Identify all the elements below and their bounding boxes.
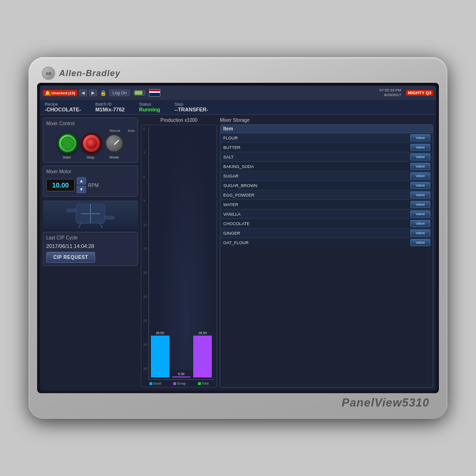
good-bar — [151, 336, 169, 377]
chart-grid: 30 27 24 21 18 15 12 9 6 3 0 — [143, 127, 215, 380]
svg-rect-5 — [67, 209, 76, 212]
recipe-value: -CHOCOLATE- — [45, 107, 81, 112]
storage-item-name: SUGAR — [220, 173, 408, 179]
svg-line-3 — [79, 223, 81, 228]
valve-button[interactable]: Valve — [410, 220, 430, 227]
logon-button[interactable]: Log On — [109, 89, 130, 96]
mixer-motor-section: Mixer Motor 10.00 ▲ ▼ RPM — [43, 166, 138, 197]
device-outer: AB Allen-Bradley 🔔 Unacked (13) ◀ ▶ 🔒 Lo… — [29, 57, 447, 419]
chart-bars-area: 26.50 0.00 26.50 — [149, 127, 215, 380]
storage-row: BAKING_SODAValve — [220, 162, 433, 171]
start-button[interactable] — [58, 133, 78, 153]
recipe-label: Recipe — [45, 102, 81, 107]
panelview-number: 5310 — [402, 396, 429, 409]
storage-item-name: GINGER — [220, 230, 408, 237]
valve-button[interactable]: Valve — [410, 172, 430, 179]
nav-forward-button[interactable]: ▶ — [89, 89, 97, 96]
storage-item-name: SUGAR_BROWN — [220, 182, 408, 189]
valve-button[interactable]: Valve — [410, 153, 430, 160]
panelview-text: PanelView — [342, 396, 402, 409]
status-value: Running — [139, 107, 160, 112]
valve-button[interactable]: Valve — [410, 201, 430, 208]
rpm-control: 10.00 ▲ ▼ RPM — [46, 177, 135, 193]
last-cip-value: 2017/06/11 14:04:28 — [46, 243, 135, 249]
screen-bezel: 🔔 Unacked (13) ◀ ▶ 🔒 Log On 07:52:33 PM … — [37, 83, 439, 393]
valve-button[interactable]: Valve — [410, 229, 430, 237]
bell-icon: 🔔 — [45, 90, 50, 96]
total-bar — [193, 336, 212, 377]
storage-header: Item — [220, 125, 433, 133]
rpm-arrows: ▲ ▼ — [77, 177, 86, 193]
storage-row: OAT_FLOURValve — [220, 238, 433, 247]
scrap-bar — [172, 377, 191, 377]
storage-row: CHOCOLATEValve — [220, 219, 433, 228]
legend-scrap-label: Scrap — [177, 382, 186, 385]
manual-label: Manual — [109, 129, 120, 132]
storage-row: EGG_POWDERValve — [220, 190, 433, 200]
storage-row: FLOURValve — [220, 133, 433, 143]
mighty-logo: MIGHTY Q3 — [406, 90, 433, 96]
legend-scrap-dot — [173, 382, 176, 385]
hmi-infobar: Recipe -CHOCOLATE- Batch ID M1Mix-7762 S… — [40, 100, 436, 115]
mixer-storage-title: Mixer Storage — [220, 118, 433, 123]
mixer-control-section: Mixer Control Manual Auto — [43, 118, 138, 163]
chart-y-axis: 30 27 24 21 18 15 12 9 6 3 0 — [143, 127, 147, 380]
rpm-up-button[interactable]: ▲ — [77, 177, 86, 185]
alarm-bell[interactable]: 🔔 Unacked (13) — [43, 90, 77, 96]
storage-row: SUGAR_BROWNValve — [220, 181, 433, 190]
mixer-buttons — [46, 133, 135, 153]
storage-row: WATERValve — [220, 200, 433, 209]
valve-button[interactable]: Valve — [410, 191, 430, 198]
lock-icon: 🔒 — [100, 90, 107, 96]
flag-icon — [149, 89, 160, 97]
stop-button-inner — [86, 138, 97, 149]
mid-panel: Production x1000 30 27 24 21 18 15 12 — [141, 118, 217, 387]
rpm-unit: RPM — [88, 183, 99, 188]
device-top-bar: AB Allen-Bradley — [37, 66, 439, 83]
panelview-label: PanelView5310 — [342, 396, 429, 409]
start-label: Start — [57, 155, 77, 159]
storage-item-name: FLOUR — [220, 135, 408, 141]
scrap-bar-label: 0.00 — [178, 372, 185, 376]
valve-button[interactable]: Valve — [410, 144, 430, 151]
device-bottom: PanelView5310 — [37, 393, 439, 410]
legend-total-dot — [198, 382, 201, 385]
storage-row: BUTTERValve — [220, 143, 433, 152]
legend-total: Total — [198, 382, 209, 385]
storage-item-name: SALT — [220, 154, 408, 160]
valve-button[interactable]: Valve — [410, 182, 430, 189]
cip-request-button[interactable]: CIP REQUEST — [46, 252, 95, 263]
step-label: Step — [175, 102, 208, 107]
storage-row: VANILLAValve — [220, 209, 433, 219]
mode-dial[interactable] — [105, 134, 123, 152]
status-label: Status — [139, 102, 160, 107]
good-bar-label: 26.50 — [156, 331, 164, 335]
batchid-value: M1Mix-7762 — [95, 107, 125, 112]
last-cip-section: Last CIP Cycle 2017/06/11 14:04:28 CIP R… — [43, 232, 138, 266]
storage-item-name: WATER — [220, 201, 408, 208]
storage-row: GINGERValve — [220, 228, 433, 238]
stop-button[interactable] — [81, 133, 101, 153]
rpm-display: 10.00 — [46, 179, 75, 191]
hmi-main: Mixer Control Manual Auto — [40, 115, 436, 390]
last-cip-title: Last CIP Cycle — [46, 235, 135, 240]
button-labels: Start Stop Mode — [46, 155, 135, 159]
storage-rows: FLOURValveBUTTERValveSALTValveBAKING_SOD… — [220, 133, 433, 247]
valve-button[interactable]: Valve — [410, 239, 430, 246]
datetime-display: 07:52:33 PM 8/29/2017 — [379, 88, 401, 98]
mode-label: Mode — [104, 155, 124, 159]
rpm-down-button[interactable]: ▼ — [77, 186, 86, 193]
valve-button[interactable]: Valve — [410, 210, 430, 218]
mixer-control-title: Mixer Control — [46, 121, 135, 126]
alarm-unacked-label: Unacked — [51, 91, 67, 95]
mixer-motor-title: Mixer Motor — [46, 169, 135, 174]
chart-legend: Good Scrap Total — [143, 382, 215, 385]
total-bar-group: 26.50 — [193, 331, 212, 377]
svg-rect-6 — [105, 216, 114, 219]
legend-scrap: Scrap — [173, 382, 186, 385]
valve-button[interactable]: Valve — [410, 163, 430, 170]
valve-button[interactable]: Valve — [410, 134, 430, 141]
nav-back-button[interactable]: ◀ — [79, 89, 87, 96]
scrap-bar-group: 0.00 — [172, 372, 191, 377]
dial-needle-icon — [114, 139, 119, 145]
